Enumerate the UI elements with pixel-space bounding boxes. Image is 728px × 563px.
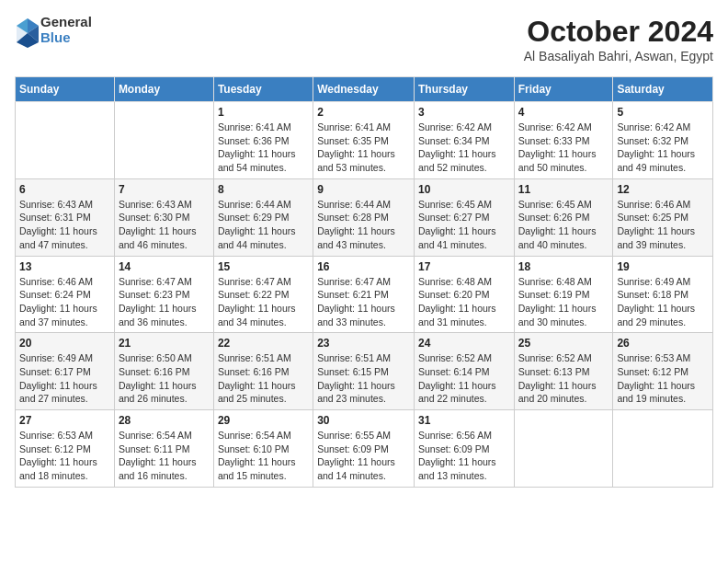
day-number: 30 — [317, 414, 410, 427]
day-info: Sunrise: 6:55 AMSunset: 6:09 PMDaylight:… — [317, 429, 410, 483]
logo-icon — [15, 17, 37, 44]
weekday-header: Sunday — [16, 77, 115, 102]
day-number: 20 — [19, 337, 110, 350]
day-number: 1 — [218, 106, 309, 119]
calendar-cell: 13Sunrise: 6:46 AMSunset: 6:24 PMDayligh… — [16, 256, 115, 333]
calendar-cell: 8Sunrise: 6:44 AMSunset: 6:29 PMDaylight… — [213, 178, 313, 256]
day-info: Sunrise: 6:46 AMSunset: 6:24 PMDaylight:… — [19, 275, 110, 329]
calendar-cell: 5Sunrise: 6:42 AMSunset: 6:32 PMDaylight… — [613, 102, 713, 179]
weekday-header: Tuesday — [213, 77, 313, 102]
calendar-cell — [16, 102, 115, 179]
day-info: Sunrise: 6:41 AMSunset: 6:35 PMDaylight:… — [317, 121, 410, 175]
logo-blue-text: Blue — [40, 30, 92, 46]
calendar-cell: 24Sunrise: 6:52 AMSunset: 6:14 PMDayligh… — [414, 333, 514, 410]
day-number: 10 — [418, 183, 510, 196]
calendar-week-row: 20Sunrise: 6:49 AMSunset: 6:17 PMDayligh… — [16, 333, 713, 410]
calendar-cell: 9Sunrise: 6:44 AMSunset: 6:28 PMDaylight… — [313, 178, 415, 256]
calendar-cell: 31Sunrise: 6:56 AMSunset: 6:09 PMDayligh… — [414, 410, 514, 488]
day-info: Sunrise: 6:47 AMSunset: 6:23 PMDaylight:… — [119, 275, 210, 329]
day-info: Sunrise: 6:51 AMSunset: 6:15 PMDaylight:… — [317, 351, 410, 406]
calendar-cell — [114, 102, 213, 179]
weekday-header: Wednesday — [313, 77, 415, 102]
location-subtitle: Al Basaliyah Bahri, Aswan, Egypt — [524, 49, 713, 63]
day-info: Sunrise: 6:49 AMSunset: 6:18 PMDaylight:… — [617, 275, 709, 329]
calendar-cell: 16Sunrise: 6:47 AMSunset: 6:21 PMDayligh… — [313, 256, 415, 333]
day-number: 25 — [518, 337, 609, 350]
calendar-cell: 23Sunrise: 6:51 AMSunset: 6:15 PMDayligh… — [313, 333, 415, 410]
day-info: Sunrise: 6:56 AMSunset: 6:09 PMDaylight:… — [418, 429, 510, 483]
calendar-cell: 26Sunrise: 6:53 AMSunset: 6:12 PMDayligh… — [613, 333, 713, 410]
logo-general-text: General — [40, 15, 92, 30]
day-number: 12 — [617, 183, 709, 196]
weekday-header: Monday — [114, 77, 213, 102]
day-number: 24 — [418, 337, 510, 350]
calendar-week-row: 27Sunrise: 6:53 AMSunset: 6:12 PMDayligh… — [16, 410, 713, 488]
calendar-cell: 14Sunrise: 6:47 AMSunset: 6:23 PMDayligh… — [114, 256, 213, 333]
day-info: Sunrise: 6:53 AMSunset: 6:12 PMDaylight:… — [19, 429, 110, 483]
calendar-cell: 2Sunrise: 6:41 AMSunset: 6:35 PMDaylight… — [313, 102, 415, 179]
day-number: 13 — [19, 260, 110, 273]
calendar-cell: 6Sunrise: 6:43 AMSunset: 6:31 PMDaylight… — [16, 178, 115, 256]
day-number: 5 — [617, 106, 709, 119]
calendar-cell: 7Sunrise: 6:43 AMSunset: 6:30 PMDaylight… — [114, 178, 213, 256]
calendar-cell: 25Sunrise: 6:52 AMSunset: 6:13 PMDayligh… — [514, 333, 613, 410]
day-number: 14 — [119, 260, 210, 273]
day-info: Sunrise: 6:43 AMSunset: 6:31 PMDaylight:… — [19, 198, 110, 252]
logo-text: General Blue — [40, 15, 92, 45]
day-info: Sunrise: 6:54 AMSunset: 6:10 PMDaylight:… — [218, 429, 309, 483]
day-number: 27 — [19, 414, 110, 427]
day-number: 9 — [317, 183, 410, 196]
day-number: 26 — [617, 337, 709, 350]
day-number: 15 — [218, 260, 309, 273]
day-info: Sunrise: 6:48 AMSunset: 6:20 PMDaylight:… — [418, 275, 510, 329]
weekday-header: Saturday — [613, 77, 713, 102]
calendar-cell: 17Sunrise: 6:48 AMSunset: 6:20 PMDayligh… — [414, 256, 514, 333]
day-number: 2 — [317, 106, 410, 119]
day-number: 19 — [617, 260, 709, 273]
day-number: 8 — [218, 183, 309, 196]
day-number: 3 — [418, 106, 510, 119]
calendar-cell: 22Sunrise: 6:51 AMSunset: 6:16 PMDayligh… — [213, 333, 313, 410]
calendar-week-row: 6Sunrise: 6:43 AMSunset: 6:31 PMDaylight… — [16, 178, 713, 256]
day-info: Sunrise: 6:47 AMSunset: 6:22 PMDaylight:… — [218, 275, 309, 329]
day-number: 29 — [218, 414, 309, 427]
calendar-cell: 29Sunrise: 6:54 AMSunset: 6:10 PMDayligh… — [213, 410, 313, 488]
day-info: Sunrise: 6:46 AMSunset: 6:25 PMDaylight:… — [617, 198, 709, 252]
calendar-cell: 21Sunrise: 6:50 AMSunset: 6:16 PMDayligh… — [114, 333, 213, 410]
calendar-cell: 28Sunrise: 6:54 AMSunset: 6:11 PMDayligh… — [114, 410, 213, 488]
day-number: 21 — [119, 337, 210, 350]
calendar-cell: 3Sunrise: 6:42 AMSunset: 6:34 PMDaylight… — [414, 102, 514, 179]
day-number: 16 — [317, 260, 410, 273]
logo: General Blue — [15, 15, 92, 45]
calendar-cell: 19Sunrise: 6:49 AMSunset: 6:18 PMDayligh… — [613, 256, 713, 333]
day-number: 18 — [518, 260, 609, 273]
month-title: October 2024 — [524, 15, 713, 49]
header: General Blue October 2024 Al Basaliyah B… — [15, 15, 713, 73]
day-info: Sunrise: 6:52 AMSunset: 6:13 PMDaylight:… — [518, 351, 609, 406]
day-info: Sunrise: 6:49 AMSunset: 6:17 PMDaylight:… — [19, 351, 110, 406]
calendar-cell: 10Sunrise: 6:45 AMSunset: 6:27 PMDayligh… — [414, 178, 514, 256]
calendar-cell: 11Sunrise: 6:45 AMSunset: 6:26 PMDayligh… — [514, 178, 613, 256]
calendar-week-row: 1Sunrise: 6:41 AMSunset: 6:36 PMDaylight… — [16, 102, 713, 179]
weekday-header: Thursday — [414, 77, 514, 102]
day-number: 6 — [19, 183, 110, 196]
day-info: Sunrise: 6:42 AMSunset: 6:33 PMDaylight:… — [518, 121, 609, 175]
day-number: 31 — [418, 414, 510, 427]
calendar-cell: 1Sunrise: 6:41 AMSunset: 6:36 PMDaylight… — [213, 102, 313, 179]
day-info: Sunrise: 6:51 AMSunset: 6:16 PMDaylight:… — [218, 351, 309, 406]
calendar-cell: 18Sunrise: 6:48 AMSunset: 6:19 PMDayligh… — [514, 256, 613, 333]
day-number: 7 — [119, 183, 210, 196]
day-info: Sunrise: 6:45 AMSunset: 6:27 PMDaylight:… — [418, 198, 510, 252]
day-info: Sunrise: 6:54 AMSunset: 6:11 PMDaylight:… — [119, 429, 210, 483]
day-number: 22 — [218, 337, 309, 350]
calendar-cell — [514, 410, 613, 488]
calendar-cell: 12Sunrise: 6:46 AMSunset: 6:25 PMDayligh… — [613, 178, 713, 256]
day-number: 4 — [518, 106, 609, 119]
day-info: Sunrise: 6:45 AMSunset: 6:26 PMDaylight:… — [518, 198, 609, 252]
day-info: Sunrise: 6:44 AMSunset: 6:29 PMDaylight:… — [218, 198, 309, 252]
day-info: Sunrise: 6:42 AMSunset: 6:34 PMDaylight:… — [418, 121, 510, 175]
calendar-cell — [613, 410, 713, 488]
day-number: 17 — [418, 260, 510, 273]
calendar-cell: 27Sunrise: 6:53 AMSunset: 6:12 PMDayligh… — [16, 410, 115, 488]
calendar-cell: 30Sunrise: 6:55 AMSunset: 6:09 PMDayligh… — [313, 410, 415, 488]
